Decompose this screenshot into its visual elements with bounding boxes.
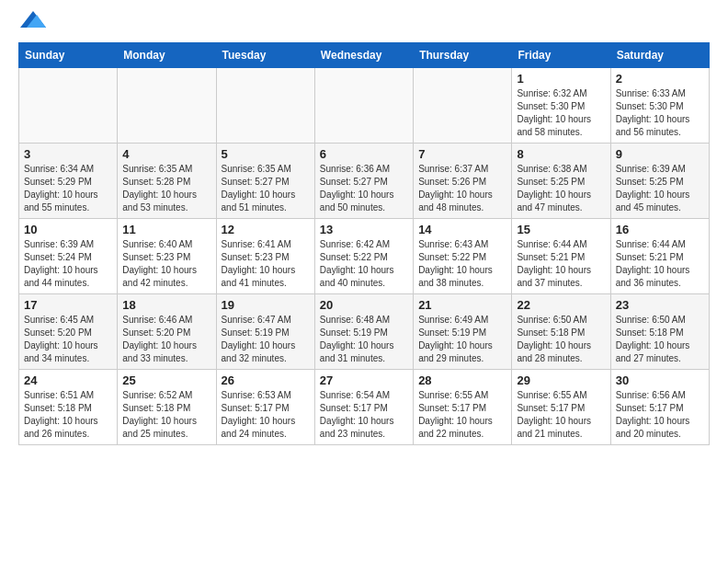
day-number: 23 [616, 298, 704, 312]
day-info: Sunrise: 6:36 AM Sunset: 5:27 PM Dayligh… [320, 163, 408, 214]
weekday-header: Friday [512, 43, 610, 68]
calendar-week-row: 3Sunrise: 6:34 AM Sunset: 5:29 PM Daylig… [19, 144, 710, 219]
calendar-cell: 29Sunrise: 6:55 AM Sunset: 5:17 PM Dayli… [512, 370, 610, 445]
calendar-table: SundayMondayTuesdayWednesdayThursdayFrid… [18, 42, 710, 445]
day-info: Sunrise: 6:48 AM Sunset: 5:19 PM Dayligh… [320, 314, 408, 365]
day-info: Sunrise: 6:56 AM Sunset: 5:17 PM Dayligh… [616, 389, 704, 441]
day-info: Sunrise: 6:46 AM Sunset: 5:20 PM Dayligh… [122, 314, 210, 365]
logo-icon [20, 11, 46, 28]
calendar-cell: 12Sunrise: 6:41 AM Sunset: 5:23 PM Dayli… [216, 219, 314, 294]
day-number: 25 [122, 373, 210, 387]
day-number: 28 [418, 373, 506, 387]
day-info: Sunrise: 6:43 AM Sunset: 5:22 PM Dayligh… [418, 238, 506, 290]
day-info: Sunrise: 6:47 AM Sunset: 5:19 PM Dayligh… [222, 314, 310, 365]
calendar-cell: 17Sunrise: 6:45 AM Sunset: 5:20 PM Dayli… [19, 294, 118, 370]
day-info: Sunrise: 6:38 AM Sunset: 5:25 PM Dayligh… [517, 163, 605, 214]
calendar-cell: 8Sunrise: 6:38 AM Sunset: 5:25 PM Daylig… [512, 144, 610, 219]
calendar-cell: 22Sunrise: 6:50 AM Sunset: 5:18 PM Dayli… [512, 294, 610, 370]
calendar-cell [216, 68, 314, 144]
calendar-cell: 1Sunrise: 6:32 AM Sunset: 5:30 PM Daylig… [512, 68, 610, 144]
day-info: Sunrise: 6:51 AM Sunset: 5:18 PM Dayligh… [24, 389, 112, 441]
day-number: 7 [418, 147, 506, 161]
calendar-cell [19, 68, 118, 144]
day-info: Sunrise: 6:52 AM Sunset: 5:18 PM Dayligh… [122, 389, 210, 441]
weekday-header: Sunday [19, 43, 118, 68]
calendar-cell [314, 68, 413, 144]
day-info: Sunrise: 6:55 AM Sunset: 5:17 PM Dayligh… [418, 389, 506, 441]
calendar-cell: 11Sunrise: 6:40 AM Sunset: 5:23 PM Dayli… [118, 219, 216, 294]
day-info: Sunrise: 6:55 AM Sunset: 5:17 PM Dayligh… [517, 389, 605, 441]
day-number: 11 [122, 223, 210, 236]
day-number: 10 [24, 223, 112, 236]
day-info: Sunrise: 6:40 AM Sunset: 5:23 PM Dayligh… [122, 238, 210, 290]
calendar-week-row: 24Sunrise: 6:51 AM Sunset: 5:18 PM Dayli… [19, 370, 710, 445]
calendar-cell: 18Sunrise: 6:46 AM Sunset: 5:20 PM Dayli… [118, 294, 216, 370]
day-info: Sunrise: 6:35 AM Sunset: 5:27 PM Dayligh… [222, 163, 310, 214]
logo [18, 18, 46, 28]
weekday-header: Thursday [414, 43, 512, 68]
day-info: Sunrise: 6:32 AM Sunset: 5:30 PM Dayligh… [517, 87, 605, 139]
day-info: Sunrise: 6:44 AM Sunset: 5:21 PM Dayligh… [616, 238, 704, 290]
day-info: Sunrise: 6:53 AM Sunset: 5:17 PM Dayligh… [222, 389, 310, 441]
page-header [18, 18, 710, 28]
calendar-cell: 27Sunrise: 6:54 AM Sunset: 5:17 PM Dayli… [314, 370, 413, 445]
calendar-cell: 14Sunrise: 6:43 AM Sunset: 5:22 PM Dayli… [414, 219, 512, 294]
day-number: 15 [517, 223, 605, 236]
day-number: 19 [222, 298, 310, 312]
calendar-cell: 26Sunrise: 6:53 AM Sunset: 5:17 PM Dayli… [216, 370, 314, 445]
calendar-cell: 5Sunrise: 6:35 AM Sunset: 5:27 PM Daylig… [216, 144, 314, 219]
day-number: 17 [24, 298, 112, 312]
day-number: 18 [122, 298, 210, 312]
day-info: Sunrise: 6:54 AM Sunset: 5:17 PM Dayligh… [320, 389, 408, 441]
calendar-cell: 2Sunrise: 6:33 AM Sunset: 5:30 PM Daylig… [610, 68, 709, 144]
day-info: Sunrise: 6:50 AM Sunset: 5:18 PM Dayligh… [616, 314, 704, 365]
calendar-cell: 15Sunrise: 6:44 AM Sunset: 5:21 PM Dayli… [512, 219, 610, 294]
calendar-cell: 25Sunrise: 6:52 AM Sunset: 5:18 PM Dayli… [118, 370, 216, 445]
day-info: Sunrise: 6:41 AM Sunset: 5:23 PM Dayligh… [222, 238, 310, 290]
day-number: 16 [616, 223, 704, 236]
day-number: 21 [418, 298, 506, 312]
weekday-header: Wednesday [314, 43, 413, 68]
day-number: 9 [616, 147, 704, 161]
day-number: 14 [418, 223, 506, 236]
calendar-cell: 21Sunrise: 6:49 AM Sunset: 5:19 PM Dayli… [414, 294, 512, 370]
day-info: Sunrise: 6:35 AM Sunset: 5:28 PM Dayligh… [122, 163, 210, 214]
calendar-cell: 4Sunrise: 6:35 AM Sunset: 5:28 PM Daylig… [118, 144, 216, 219]
day-number: 30 [616, 373, 704, 387]
day-number: 24 [24, 373, 112, 387]
calendar-cell: 19Sunrise: 6:47 AM Sunset: 5:19 PM Dayli… [216, 294, 314, 370]
calendar-cell: 24Sunrise: 6:51 AM Sunset: 5:18 PM Dayli… [19, 370, 118, 445]
day-info: Sunrise: 6:45 AM Sunset: 5:20 PM Dayligh… [24, 314, 112, 365]
calendar-cell: 6Sunrise: 6:36 AM Sunset: 5:27 PM Daylig… [314, 144, 413, 219]
day-number: 1 [517, 72, 605, 86]
calendar-cell: 23Sunrise: 6:50 AM Sunset: 5:18 PM Dayli… [610, 294, 709, 370]
calendar-cell: 28Sunrise: 6:55 AM Sunset: 5:17 PM Dayli… [414, 370, 512, 445]
day-number: 27 [320, 373, 408, 387]
weekday-header: Saturday [610, 43, 709, 68]
calendar-header-row: SundayMondayTuesdayWednesdayThursdayFrid… [19, 43, 710, 68]
weekday-header: Tuesday [216, 43, 314, 68]
day-info: Sunrise: 6:44 AM Sunset: 5:21 PM Dayligh… [517, 238, 605, 290]
day-number: 22 [517, 298, 605, 312]
day-number: 13 [320, 223, 408, 236]
calendar-cell: 20Sunrise: 6:48 AM Sunset: 5:19 PM Dayli… [314, 294, 413, 370]
day-info: Sunrise: 6:33 AM Sunset: 5:30 PM Dayligh… [616, 87, 704, 139]
day-number: 29 [517, 373, 605, 387]
day-info: Sunrise: 6:50 AM Sunset: 5:18 PM Dayligh… [517, 314, 605, 365]
day-info: Sunrise: 6:37 AM Sunset: 5:26 PM Dayligh… [418, 163, 506, 214]
calendar-cell: 13Sunrise: 6:42 AM Sunset: 5:22 PM Dayli… [314, 219, 413, 294]
day-number: 20 [320, 298, 408, 312]
day-info: Sunrise: 6:39 AM Sunset: 5:25 PM Dayligh… [616, 163, 704, 214]
calendar-cell: 30Sunrise: 6:56 AM Sunset: 5:17 PM Dayli… [610, 370, 709, 445]
calendar-cell: 9Sunrise: 6:39 AM Sunset: 5:25 PM Daylig… [610, 144, 709, 219]
day-number: 4 [122, 147, 210, 161]
day-number: 5 [222, 147, 310, 161]
day-number: 6 [320, 147, 408, 161]
calendar-week-row: 1Sunrise: 6:32 AM Sunset: 5:30 PM Daylig… [19, 68, 710, 144]
calendar-cell: 10Sunrise: 6:39 AM Sunset: 5:24 PM Dayli… [19, 219, 118, 294]
calendar-cell [118, 68, 216, 144]
calendar-cell [414, 68, 512, 144]
day-info: Sunrise: 6:34 AM Sunset: 5:29 PM Dayligh… [24, 163, 112, 214]
day-number: 8 [517, 147, 605, 161]
day-number: 26 [222, 373, 310, 387]
